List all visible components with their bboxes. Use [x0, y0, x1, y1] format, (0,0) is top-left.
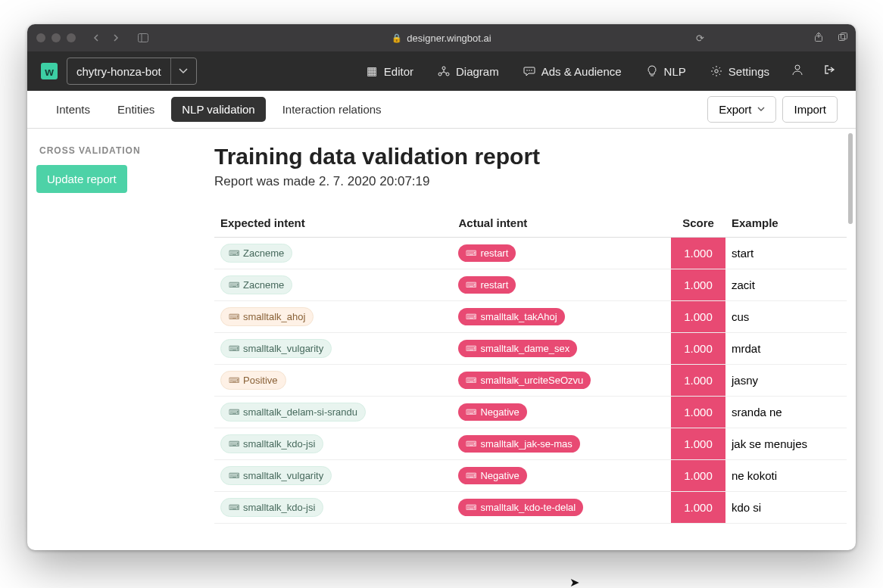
table-row[interactable]: ⌨smalltalk_vulgarity⌨smalltalk_dame_sex1…	[214, 333, 847, 365]
keyboard-icon: ⌨	[229, 376, 239, 384]
nav-diagram[interactable]: Diagram	[430, 61, 507, 82]
actual-intent-pill[interactable]: ⌨Negative	[458, 403, 526, 421]
update-report-button[interactable]: Update report	[36, 165, 127, 193]
svg-point-5	[442, 67, 445, 70]
table-row[interactable]: ⌨smalltalk_vulgarity⌨Negative1.000ne kok…	[214, 460, 847, 492]
expected-intent-pill[interactable]: ⌨smalltalk_ahoj	[220, 307, 314, 326]
tab-nlp-validation[interactable]: NLP validation	[171, 97, 265, 122]
sidebar-heading: CROSS VALIDATION	[36, 145, 196, 165]
sidebar-toggle-icon[interactable]	[135, 30, 151, 46]
chevron-down-icon	[757, 107, 765, 112]
actual-intent-pill[interactable]: ⌨smalltalk_dame_sex	[458, 340, 577, 357]
keyboard-icon: ⌨	[229, 408, 239, 416]
nav-nlp[interactable]: NLP	[638, 61, 694, 82]
expected-intent-pill[interactable]: ⌨smalltalk_kdo-jsi	[220, 498, 323, 517]
page-subtitle: Report was made 2. 7. 2020 20:07:19	[214, 174, 856, 189]
expected-intent-pill[interactable]: ⌨Zacneme	[220, 244, 292, 263]
reload-icon[interactable]: ⟳	[696, 33, 704, 44]
expected-intent-label: Positive	[243, 375, 278, 386]
logout-icon[interactable]	[818, 60, 842, 82]
url-text: designer.wingbot.ai	[407, 33, 491, 44]
maximize-window-icon[interactable]	[67, 33, 76, 42]
actual-intent-pill[interactable]: ⌨smalltalk_kdo-te-delal	[458, 499, 583, 516]
actual-intent-label: smalltalk_kdo-te-delal	[480, 502, 576, 513]
expected-intent-label: smalltalk_vulgarity	[243, 470, 323, 481]
svg-point-10	[531, 70, 532, 71]
score-cell: 1.000	[671, 492, 725, 524]
user-icon[interactable]	[786, 59, 809, 83]
example-cell: cus	[725, 301, 847, 333]
validation-table: Expected intent Actual intent Score Exam…	[214, 209, 847, 524]
actual-intent-label: restart	[480, 279, 508, 291]
svg-rect-3	[839, 34, 845, 40]
export-button[interactable]: Export	[707, 96, 776, 123]
expected-intent-pill[interactable]: ⌨Positive	[220, 371, 286, 390]
score-cell: 1.000	[671, 333, 725, 365]
score-cell: 1.000	[671, 301, 725, 333]
keyboard-icon: ⌨	[229, 471, 239, 480]
keyboard-icon: ⌨	[466, 249, 476, 257]
minimize-window-icon[interactable]	[51, 33, 61, 42]
chevron-down-icon[interactable]	[170, 58, 196, 84]
keyboard-icon: ⌨	[229, 313, 239, 321]
table-row[interactable]: ⌨smalltalk_delam-si-srandu⌨Negative1.000…	[214, 397, 847, 428]
example-cell: start	[725, 238, 847, 269]
export-button-label: Export	[719, 103, 751, 116]
nav-nlp-label: NLP	[664, 65, 686, 78]
svg-point-9	[529, 70, 530, 71]
close-window-icon[interactable]	[36, 33, 45, 42]
main-content: Training data validation report Report w…	[205, 129, 856, 550]
table-row[interactable]: ⌨smalltalk_ahoj⌨smalltalk_takAhoj1.000cu…	[214, 301, 847, 333]
table-row[interactable]: ⌨Zacneme⌨restart1.000zacit	[214, 269, 847, 301]
expected-intent-pill[interactable]: ⌨smalltalk_vulgarity	[220, 466, 332, 485]
nav-editor[interactable]: ▦ Editor	[358, 60, 421, 82]
forward-button[interactable]	[108, 30, 124, 46]
keyboard-icon: ⌨	[229, 344, 239, 353]
expected-intent-label: smalltalk_delam-si-srandu	[243, 406, 357, 418]
tabs-icon[interactable]	[838, 32, 848, 45]
svg-rect-0	[139, 34, 148, 42]
editor-icon: ▦	[366, 64, 378, 78]
actual-intent-pill[interactable]: ⌨smalltalk_takAhoj	[458, 308, 564, 325]
wingbot-logo[interactable]: w	[41, 63, 58, 79]
score-cell: 1.000	[671, 428, 725, 460]
actual-intent-pill[interactable]: ⌨restart	[458, 276, 516, 294]
nav-ads-label: Ads & Audience	[541, 65, 622, 78]
expected-intent-pill[interactable]: ⌨Zacneme	[220, 275, 292, 294]
keyboard-icon: ⌨	[466, 313, 476, 321]
browser-window: 🔒 designer.wingbot.ai ⟳ w chytry-honza-b…	[27, 24, 856, 550]
expected-intent-label: smalltalk_kdo-jsi	[243, 502, 315, 513]
expected-intent-pill[interactable]: ⌨smalltalk_vulgarity	[220, 339, 332, 358]
expected-intent-pill[interactable]: ⌨smalltalk_delam-si-srandu	[220, 403, 366, 422]
bot-picker[interactable]: chytry-honza-bot	[67, 58, 197, 85]
share-icon[interactable]	[813, 32, 824, 45]
expected-intent-label: smalltalk_ahoj	[243, 311, 305, 322]
scrollbar-thumb[interactable]	[848, 133, 853, 224]
expected-intent-pill[interactable]: ⌨smalltalk_kdo-jsi	[220, 434, 323, 453]
actual-intent-pill[interactable]: ⌨Negative	[458, 467, 526, 484]
actual-intent-pill[interactable]: ⌨smalltalk_jak-se-mas	[458, 435, 579, 453]
back-button[interactable]	[88, 30, 105, 46]
chat-icon	[523, 66, 535, 76]
table-row[interactable]: ⌨Zacneme⌨restart1.000start	[214, 238, 847, 269]
actual-intent-pill[interactable]: ⌨smalltalk_urciteSeOzvu	[458, 372, 591, 389]
tab-interaction-relations[interactable]: Interaction relations	[272, 97, 392, 122]
score-cell: 1.000	[671, 238, 725, 269]
table-row[interactable]: ⌨smalltalk_kdo-jsi⌨smalltalk_jak-se-mas1…	[214, 428, 847, 460]
table-row[interactable]: ⌨Positive⌨smalltalk_urciteSeOzvu1.000jas…	[214, 365, 847, 397]
window-controls[interactable]	[36, 33, 76, 42]
tab-entities[interactable]: Entities	[107, 97, 165, 122]
actual-intent-pill[interactable]: ⌨restart	[458, 244, 516, 262]
col-score: Score	[671, 209, 725, 238]
keyboard-icon: ⌨	[466, 440, 476, 448]
expected-intent-label: Zacneme	[243, 247, 284, 259]
scrollbar[interactable]	[847, 133, 854, 547]
tab-intents[interactable]: Intents	[45, 97, 101, 122]
example-cell: jak se menujes	[725, 428, 847, 460]
import-button[interactable]: Import	[782, 96, 838, 123]
keyboard-icon: ⌨	[466, 344, 476, 353]
nav-settings[interactable]: Settings	[703, 61, 777, 82]
import-button-label: Import	[794, 103, 826, 116]
nav-ads[interactable]: Ads & Audience	[516, 61, 629, 82]
table-row[interactable]: ⌨smalltalk_kdo-jsi⌨smalltalk_kdo-te-dela…	[214, 492, 847, 524]
